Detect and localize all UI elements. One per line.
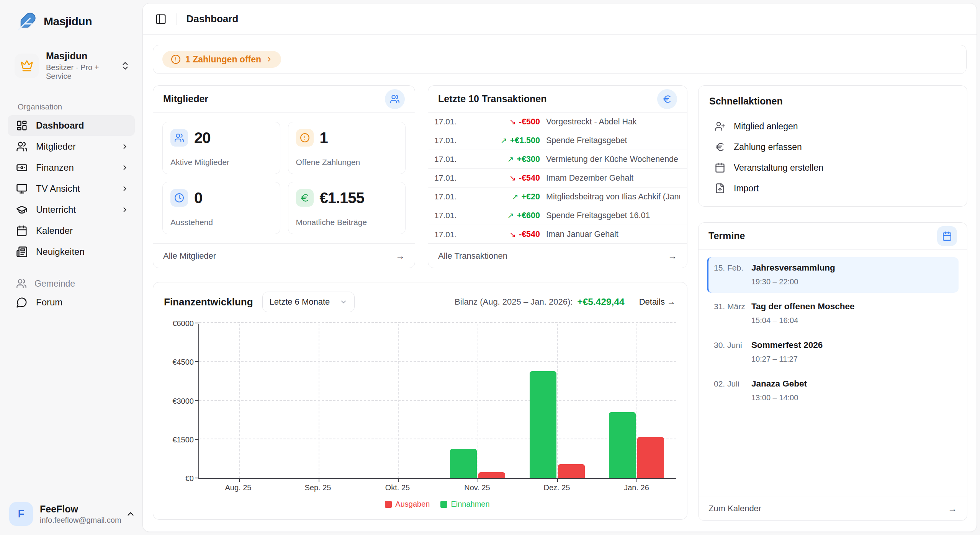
transaction-row[interactable]: 17.01. +€600 Spende Freitagsgebet 16.01 [428,206,687,225]
topbar: Dashboard [143,3,977,35]
quick-actions-card: Schnellaktionen Mitglied anlegen Zahlung… [698,85,967,207]
calendar-icon [715,162,725,173]
event-date: 15. Feb. [714,263,746,272]
stat-value: 1 [320,129,328,147]
user-menu[interactable]: F FeeFlow info.feeflow@gmail.com [9,502,136,526]
sidebar-item-finanzen[interactable]: Finanzen [8,157,135,178]
transaction-description: Mitgliedsbeitrag von Ilias Achkif (Janua… [546,192,680,202]
trend-arrow-icon [509,173,516,183]
event-time: 19:30 – 22:00 [751,277,952,286]
sidebar-item-mitglieder[interactable]: Mitglieder [8,136,135,157]
legend-item: Ausgaben [385,500,430,509]
trend-arrow-icon [509,230,516,239]
users-badge-icon [385,89,405,109]
transaction-amount: -€500 [519,117,540,127]
trend-arrow-icon [509,117,516,126]
x-axis-tick-label: Dez. 25 [517,483,597,492]
calendar-badge-icon [937,226,957,246]
chevron-up-icon [126,509,136,519]
x-axis-tick-label: Nov. 25 [437,483,517,492]
sidebar-item-kalender[interactable]: Kalender [8,220,135,241]
sidebar-section-label: Organisation [18,102,142,111]
chart-column [358,324,438,478]
transaction-description: Vermietung der Küche Wochenende 15.01-18… [546,155,680,164]
alert-circle-icon [296,129,314,147]
range-select[interactable]: Letzte 6 Monate [262,292,355,312]
event-item[interactable]: 31. März Tag der offenen Moschee 15:04 –… [707,296,959,331]
action-import[interactable]: Import [709,178,956,199]
workspace-meta: Besitzer · Pro + Service [46,63,113,81]
sidebar-item-forum[interactable]: Forum [8,292,135,313]
open-payments-alert[interactable]: 1 Zahlungen offen [162,51,281,68]
y-axis-tick-label: €0 [185,474,194,483]
y-axis-tick-label: €3000 [172,396,194,405]
event-item[interactable]: 30. Juni Sommerfest 2026 10:27 – 11:27 [707,334,959,370]
event-item[interactable]: 02. Juli Janaza Gebet 13:00 – 14:00 [707,373,959,409]
main-panel: Dashboard 1 Zahlungen offen Mi [142,3,977,532]
arrow-right-icon [396,251,405,261]
y-axis-tick-label: €6000 [172,319,194,328]
sidebar-item-tv-ansicht[interactable]: TV Ansicht [8,178,135,199]
action-label: Mitglied anlegen [734,121,798,132]
euro-badge-icon [657,89,677,109]
transaction-date: 17.01. [434,192,479,201]
action-create-member[interactable]: Mitglied anlegen [709,116,956,137]
transaction-description: Spende Freitagsgebet [546,136,627,145]
sidebar-toggle-button[interactable] [154,13,167,26]
event-date: 31. März [714,302,746,311]
sidebar-item-unterricht[interactable]: Unterricht [8,199,135,220]
feather-logo-icon [17,11,37,31]
transaction-row[interactable]: 17.01. -€540 Iman Januar Gehalt [428,225,687,243]
brand-name: Masjidun [44,15,92,28]
transaction-row[interactable]: 17.01. +€1.500 Spende Freitagsgebet [428,131,687,150]
all-members-link[interactable]: Alle Mitglieder [153,243,415,268]
transactions-card-title: Letzte 10 Transaktionen [438,93,546,104]
transaction-date: 17.01. [434,117,479,126]
workspace-switcher[interactable]: Masjidun Besitzer · Pro + Service [9,47,136,85]
event-title: Janaza Gebet [751,379,807,389]
transactions-list: 17.01. -€500 Vorgestreckt - Abdel Hak [428,113,687,243]
transaction-row[interactable]: 17.01. +€300 Vermietung der Küche Wochen… [428,150,687,169]
file-up-icon [715,183,725,194]
event-item[interactable]: 15. Feb. Jahresversammlung 19:30 – 22:00 [707,257,959,293]
sidebar-item-neuigkeiten[interactable]: Neuigkeiten [8,241,135,262]
chart-column [199,324,279,478]
sidebar-item-dashboard[interactable]: Dashboard [8,115,135,136]
event-date: 02. Juli [714,379,746,388]
chevron-down-icon [340,298,347,306]
details-link[interactable]: Details → [639,297,676,307]
transaction-row[interactable]: 17.01. +€20 Mitgliedsbeitrag von Ilias A… [428,188,687,206]
alert-label: 1 Zahlungen offen [185,54,261,65]
transactions-card: Letzte 10 Transaktionen 17.01. [428,85,687,268]
sidebar-nav: Dashboard Mitglieder Finanzen TV Ansicht [0,115,142,262]
to-calendar-link[interactable]: Zum Kalender [699,496,967,520]
action-create-event[interactable]: Veranstaltung erstellen [709,157,956,178]
trend-arrow-icon [512,192,519,201]
all-transactions-link[interactable]: Alle Transaktionen [428,243,687,268]
layout-dashboard-icon [16,120,28,131]
x-axis-tick-label: Okt. 25 [358,483,437,492]
quick-actions-title: Schnellaktionen [709,96,956,107]
banknote-icon [16,162,28,173]
transaction-description: Spende Freitagsgebet 16.01 [546,211,650,220]
calendar-icon [16,225,28,237]
bar-einnahmen [450,449,477,478]
sidebar-item-label: Mitglieder [36,141,76,152]
stat-active-members: 20 Aktive Mitglieder [162,122,280,174]
event-time: 13:00 – 14:00 [751,393,952,402]
euro-icon [296,189,314,207]
bar-ausgaben [478,472,505,478]
transaction-row[interactable]: 17.01. -€500 Vorgestreckt - Abdel Hak [428,113,687,131]
newspaper-icon [16,246,28,258]
crown-icon [15,54,39,78]
stat-pending: 0 Ausstehend [162,182,280,234]
transaction-amount: +€1.500 [510,136,540,145]
sidebar-item-label: Finanzen [36,162,74,173]
action-label: Veranstaltung erstellen [734,163,823,173]
stat-monthly-fees: €1.155 Monatliche Beiträge [288,182,406,234]
footer-label: Alle Mitglieder [163,251,216,261]
transaction-row[interactable]: 17.01. -€540 Imam Dezember Gehalt [428,169,687,188]
alert-banner-card: 1 Zahlungen offen [153,45,967,74]
action-record-payment[interactable]: Zahlung erfassen [709,137,956,157]
user-name: FeeFlow [40,504,119,515]
